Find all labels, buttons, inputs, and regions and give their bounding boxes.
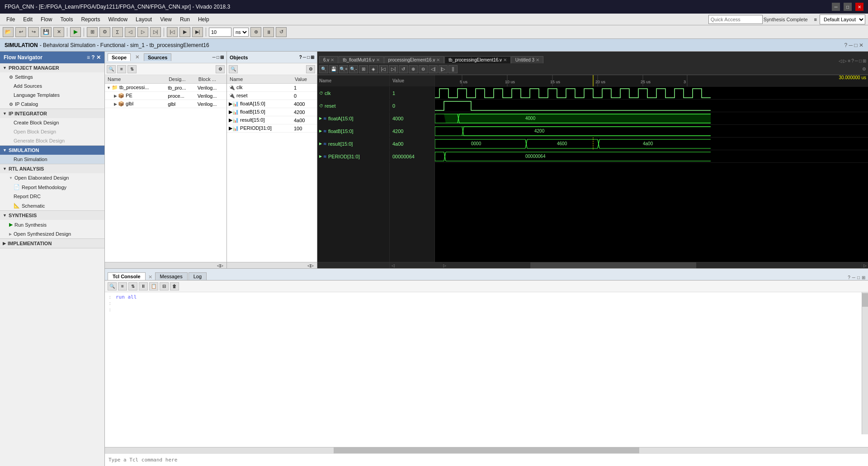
sim-btn5[interactable]: ▷ xyxy=(137,27,148,37)
wave-max[interactable]: □ xyxy=(859,58,862,63)
scope-scrollbar-h[interactable]: ◁▷ xyxy=(105,262,226,268)
wave-row-floatb[interactable]: ▶ ≋ floatB[15:0] 4200 xyxy=(317,125,868,138)
obj-row-reset[interactable]: 🔌 reset 0 xyxy=(227,92,317,100)
menu-tools[interactable]: Tools xyxy=(57,15,76,24)
obj-settings-btn[interactable]: ⚙ xyxy=(306,65,315,73)
sim-btn1[interactable]: ⊞ xyxy=(87,27,98,37)
scope-tab[interactable]: Scope xyxy=(108,53,131,61)
scope-filter-btn[interactable]: ≡ xyxy=(117,65,126,73)
wave-tab-list[interactable]: ≡ xyxy=(848,58,850,63)
obj-row-floata[interactable]: ▶📊 floatA[15:0] 4000 xyxy=(227,100,317,108)
nav-item-gen-block[interactable]: Generate Block Design xyxy=(0,136,104,145)
wave-help[interactable]: ? xyxy=(851,58,854,63)
wave-settings-btn[interactable]: ⚙ xyxy=(862,67,866,71)
tcl-clear-btn[interactable]: ⊟ xyxy=(160,282,169,290)
wave-tab-6v[interactable]: 6.v ✕ xyxy=(319,56,338,63)
sim-btn4[interactable]: ◁ xyxy=(125,27,136,37)
wave-scroll-right-btn[interactable]: ▷ xyxy=(441,262,448,268)
wave-fit-all[interactable]: ⊞ xyxy=(359,65,368,73)
wave-btn14[interactable]: || xyxy=(448,65,458,73)
wave-scroll-end-btn[interactable]: ▷ xyxy=(862,262,868,268)
nav-item-report-drc[interactable]: Report DRC xyxy=(0,192,104,201)
obj-row-clk[interactable]: 🔌 clk 1 xyxy=(227,84,317,92)
scope-min[interactable]: ─ xyxy=(212,55,216,60)
nav-item-open-elab[interactable]: ▼ Open Elaborated Design xyxy=(0,173,104,182)
obj-help[interactable]: ? xyxy=(299,55,302,60)
scope-expand[interactable]: ⊞ xyxy=(220,55,224,60)
nav-rtl-header[interactable]: ▼ RTL ANALYSIS xyxy=(0,164,104,173)
close-button[interactable]: ✕ xyxy=(855,3,863,11)
wave-go-end[interactable]: ▷| xyxy=(389,65,398,73)
sim-unit-select[interactable]: ns us ps xyxy=(233,28,249,37)
menu-reports[interactable]: Reports xyxy=(77,15,104,24)
tcl-hscroll[interactable] xyxy=(105,447,868,453)
sim-time-input[interactable] xyxy=(209,28,231,37)
run-button[interactable]: ▶ xyxy=(70,27,81,37)
wave-min[interactable]: ─ xyxy=(855,58,858,63)
sim-reset-btn[interactable]: ↺ xyxy=(276,27,287,37)
obj-expand[interactable]: ⊞ xyxy=(311,55,314,60)
wave-tab-tbprocelem[interactable]: tb_processingElement16.v ✕ xyxy=(444,56,511,63)
layout-select[interactable]: Default Layout xyxy=(820,14,865,24)
obj-search-btn[interactable]: 🔍 xyxy=(229,65,238,73)
tcl-max[interactable]: □ xyxy=(857,275,860,280)
obj-max[interactable]: □ xyxy=(307,55,310,60)
save-button[interactable]: 💾 xyxy=(41,27,52,37)
wave-row-clk[interactable]: ⏱ clk 1 xyxy=(317,87,868,100)
nav-sim-header[interactable]: ▼ SIMULATION xyxy=(0,146,104,155)
tcl-filter-btn[interactable]: ≡ xyxy=(118,282,127,290)
nav-item-open-synth[interactable]: ▶ Open Synthesized Design xyxy=(0,229,104,238)
wave-nav-next[interactable]: ▷ xyxy=(843,58,847,63)
quick-access-input[interactable] xyxy=(708,15,763,24)
minimize-button[interactable]: ─ xyxy=(832,3,840,11)
redo-button[interactable]: ↪ xyxy=(28,27,39,37)
wave-btn6[interactable]: ◈ xyxy=(369,65,378,73)
obj-row-floatb[interactable]: ▶📊 floatB[15:0] 4200 xyxy=(227,108,317,116)
menu-flow[interactable]: Flow xyxy=(37,15,56,24)
nav-item-create-block[interactable]: Create Block Design xyxy=(0,118,104,127)
wave-nav-prev[interactable]: ◁ xyxy=(839,58,842,63)
obj-row-period[interactable]: ▶📊 PERIOD[31:0] 100 xyxy=(227,124,317,133)
wave-zoom-fit[interactable]: 🔍 xyxy=(319,65,328,73)
step-end-button[interactable]: ▶| xyxy=(192,27,203,37)
sim-btn2[interactable]: ⚙ xyxy=(99,27,110,37)
tcl-help[interactable]: ? xyxy=(848,275,850,280)
tcl-tab-close[interactable]: ✕ xyxy=(146,274,154,280)
menu-run[interactable]: Run xyxy=(176,15,193,24)
wave-expand[interactable]: ⊞ xyxy=(863,58,866,63)
scope-settings-btn[interactable]: ⚙ xyxy=(216,65,225,73)
nav-item-report-method[interactable]: 📄 Report Methodology xyxy=(0,182,104,192)
nav-synth-header[interactable]: ▼ SYNTHESIS xyxy=(0,211,104,220)
tcl-tab-console[interactable]: Tcl Console xyxy=(108,272,146,280)
restart-button[interactable]: |◁ xyxy=(167,27,178,37)
sources-tab[interactable]: Sources xyxy=(144,53,171,61)
nav-item-open-block[interactable]: Open Block Design xyxy=(0,127,104,136)
tcl-sort-btn[interactable]: ⇅ xyxy=(128,282,137,290)
scope-sort-btn[interactable]: ⇅ xyxy=(127,65,137,73)
scope-row-pe[interactable]: ▶📦 PE proce... Verilog... xyxy=(105,92,226,100)
scope-row-tb[interactable]: ▼📁 tb_processi... tb_pro... Verilog... xyxy=(105,84,226,92)
wave-btn10[interactable]: ⊕ xyxy=(409,65,418,73)
tcl-command-input[interactable] xyxy=(105,457,868,463)
wave-tab-floatmult[interactable]: tb_floatMult16.v ✕ xyxy=(339,56,383,63)
wave-tab-untitled3[interactable]: Untitled 3 ✕ xyxy=(511,56,543,63)
menu-layout[interactable]: Layout xyxy=(132,15,156,24)
wave-btn12[interactable]: ◁| xyxy=(429,65,438,73)
nav-item-add-sources[interactable]: Add Sources xyxy=(0,81,104,90)
scope-max[interactable]: □ xyxy=(217,55,219,60)
tcl-copy-btn[interactable]: 📋 xyxy=(149,282,158,290)
maximize-button[interactable]: □ xyxy=(844,3,852,11)
wave-row-period[interactable]: ▶ ≋ PERIOD[31:0] 00000064 xyxy=(317,150,868,163)
nav-item-settings[interactable]: ⚙ Settings xyxy=(0,72,104,81)
tcl-pause-btn[interactable]: ⏸ xyxy=(139,282,148,290)
tcl-min[interactable]: ─ xyxy=(852,275,855,280)
wave-btn13[interactable]: |▷ xyxy=(439,65,448,73)
wave-go-start[interactable]: |◁ xyxy=(379,65,388,73)
wave-scroll-left-btn[interactable]: ◁ xyxy=(390,262,396,268)
nav-item-schematic[interactable]: 📐 Schematic xyxy=(0,201,104,210)
menu-view[interactable]: View xyxy=(156,15,175,24)
tcl-tab-messages[interactable]: Messages xyxy=(155,272,188,280)
nav-item-ip-catalog[interactable]: ⚙ IP Catalog xyxy=(0,100,104,109)
sim-btn6[interactable]: ▷| xyxy=(150,27,161,37)
nav-impl-header[interactable]: ▶ IMPLEMENTATION xyxy=(0,239,104,248)
